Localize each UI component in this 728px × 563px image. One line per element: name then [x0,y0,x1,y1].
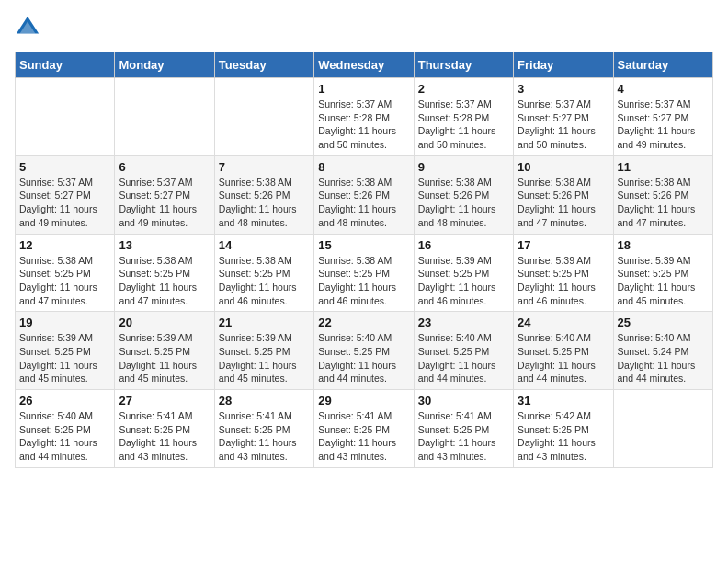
calendar-cell: 2Sunrise: 5:37 AM Sunset: 5:28 PM Daylig… [414,78,513,156]
day-info: Sunrise: 5:42 AM Sunset: 5:25 PM Dayligh… [518,409,609,464]
calendar-cell: 21Sunrise: 5:39 AM Sunset: 5:25 PM Dayli… [214,312,313,390]
day-info: Sunrise: 5:37 AM Sunset: 5:28 PM Dayligh… [318,98,409,152]
calendar-cell: 24Sunrise: 5:40 AM Sunset: 5:25 PM Dayli… [514,312,613,390]
calendar-cell: 10Sunrise: 5:38 AM Sunset: 5:26 PM Dayli… [514,155,613,234]
day-info: Sunrise: 5:37 AM Sunset: 5:27 PM Dayligh… [119,176,210,230]
header-cell-wednesday: Wednesday [314,52,414,78]
day-number: 27 [119,394,210,408]
day-number: 12 [19,238,110,252]
day-info: Sunrise: 5:37 AM Sunset: 5:27 PM Dayligh… [19,176,110,230]
calendar-cell: 25Sunrise: 5:40 AM Sunset: 5:24 PM Dayli… [613,312,712,390]
day-number: 10 [518,160,609,174]
day-number: 4 [618,82,709,96]
day-info: Sunrise: 5:40 AM Sunset: 5:25 PM Dayligh… [518,331,609,385]
calendar-cell: 18Sunrise: 5:39 AM Sunset: 5:25 PM Dayli… [613,234,712,312]
week-row: 12Sunrise: 5:38 AM Sunset: 5:25 PM Dayli… [16,234,713,312]
calendar-cell: 26Sunrise: 5:40 AM Sunset: 5:25 PM Dayli… [16,390,115,468]
day-info: Sunrise: 5:38 AM Sunset: 5:25 PM Dayligh… [318,254,409,308]
day-info: Sunrise: 5:41 AM Sunset: 5:25 PM Dayligh… [318,409,409,464]
calendar-cell: 4Sunrise: 5:37 AM Sunset: 5:27 PM Daylig… [613,78,712,156]
day-info: Sunrise: 5:40 AM Sunset: 5:24 PM Dayligh… [618,331,709,385]
day-number: 26 [19,394,110,408]
day-info: Sunrise: 5:38 AM Sunset: 5:26 PM Dayligh… [518,176,609,230]
logo [15,15,44,40]
week-row: 19Sunrise: 5:39 AM Sunset: 5:25 PM Dayli… [16,312,713,390]
day-number: 19 [19,316,110,329]
day-number: 24 [518,316,609,329]
header-row: SundayMondayTuesdayWednesdayThursdayFrid… [16,52,713,78]
day-info: Sunrise: 5:38 AM Sunset: 5:26 PM Dayligh… [318,176,409,230]
day-number: 31 [518,394,609,408]
calendar-cell: 3Sunrise: 5:37 AM Sunset: 5:27 PM Daylig… [514,78,613,156]
calendar-cell: 13Sunrise: 5:38 AM Sunset: 5:25 PM Dayli… [115,234,214,312]
header-cell-monday: Monday [115,52,214,78]
day-number: 9 [418,160,509,174]
day-number: 13 [119,238,210,252]
calendar-cell: 6Sunrise: 5:37 AM Sunset: 5:27 PM Daylig… [115,155,214,234]
day-info: Sunrise: 5:39 AM Sunset: 5:25 PM Dayligh… [618,254,709,308]
day-number: 22 [318,316,409,329]
calendar-cell: 9Sunrise: 5:38 AM Sunset: 5:26 PM Daylig… [414,155,513,234]
day-info: Sunrise: 5:37 AM Sunset: 5:27 PM Dayligh… [618,98,709,152]
calendar-cell: 23Sunrise: 5:40 AM Sunset: 5:25 PM Dayli… [414,312,513,390]
header-cell-saturday: Saturday [613,52,712,78]
day-info: Sunrise: 5:38 AM Sunset: 5:26 PM Dayligh… [618,176,709,230]
calendar-cell [214,78,313,156]
day-number: 28 [219,394,310,408]
day-info: Sunrise: 5:37 AM Sunset: 5:27 PM Dayligh… [518,98,609,152]
calendar-cell: 7Sunrise: 5:38 AM Sunset: 5:26 PM Daylig… [214,155,313,234]
day-info: Sunrise: 5:41 AM Sunset: 5:25 PM Dayligh… [119,409,210,464]
calendar-cell: 31Sunrise: 5:42 AM Sunset: 5:25 PM Dayli… [514,390,613,468]
calendar-cell [16,78,115,156]
day-info: Sunrise: 5:39 AM Sunset: 5:25 PM Dayligh… [119,331,210,385]
day-number: 8 [318,160,409,174]
day-number: 11 [618,160,709,174]
calendar-cell: 22Sunrise: 5:40 AM Sunset: 5:25 PM Dayli… [314,312,414,390]
calendar-cell: 12Sunrise: 5:38 AM Sunset: 5:25 PM Dayli… [16,234,115,312]
day-info: Sunrise: 5:38 AM Sunset: 5:26 PM Dayligh… [219,176,310,230]
day-info: Sunrise: 5:41 AM Sunset: 5:25 PM Dayligh… [219,409,310,464]
calendar-cell: 8Sunrise: 5:38 AM Sunset: 5:26 PM Daylig… [314,155,414,234]
calendar-cell: 28Sunrise: 5:41 AM Sunset: 5:25 PM Dayli… [214,390,313,468]
calendar-cell: 20Sunrise: 5:39 AM Sunset: 5:25 PM Dayli… [115,312,214,390]
day-info: Sunrise: 5:38 AM Sunset: 5:26 PM Dayligh… [418,176,509,230]
day-number: 30 [418,394,509,408]
calendar-cell [613,390,712,468]
day-number: 23 [418,316,509,329]
calendar-cell: 14Sunrise: 5:38 AM Sunset: 5:25 PM Dayli… [214,234,313,312]
page-header [15,15,713,40]
day-number: 20 [119,316,210,329]
day-info: Sunrise: 5:38 AM Sunset: 5:25 PM Dayligh… [19,254,110,308]
calendar-cell: 29Sunrise: 5:41 AM Sunset: 5:25 PM Dayli… [314,390,414,468]
calendar-header: SundayMondayTuesdayWednesdayThursdayFrid… [16,52,713,78]
day-info: Sunrise: 5:37 AM Sunset: 5:28 PM Dayligh… [418,98,509,152]
day-info: Sunrise: 5:40 AM Sunset: 5:25 PM Dayligh… [418,331,509,385]
day-number: 15 [318,238,409,252]
calendar-cell: 17Sunrise: 5:39 AM Sunset: 5:25 PM Dayli… [514,234,613,312]
calendar-cell: 16Sunrise: 5:39 AM Sunset: 5:25 PM Dayli… [414,234,513,312]
day-number: 3 [518,82,609,96]
day-info: Sunrise: 5:38 AM Sunset: 5:25 PM Dayligh… [219,254,310,308]
calendar-cell: 19Sunrise: 5:39 AM Sunset: 5:25 PM Dayli… [16,312,115,390]
day-number: 29 [318,394,409,408]
week-row: 26Sunrise: 5:40 AM Sunset: 5:25 PM Dayli… [16,390,713,468]
header-cell-friday: Friday [514,52,613,78]
day-number: 5 [19,160,110,174]
calendar-cell: 30Sunrise: 5:41 AM Sunset: 5:25 PM Dayli… [414,390,513,468]
day-number: 25 [618,316,709,329]
day-info: Sunrise: 5:41 AM Sunset: 5:25 PM Dayligh… [418,409,509,464]
week-row: 5Sunrise: 5:37 AM Sunset: 5:27 PM Daylig… [16,155,713,234]
day-info: Sunrise: 5:39 AM Sunset: 5:25 PM Dayligh… [418,254,509,308]
day-number: 16 [418,238,509,252]
day-info: Sunrise: 5:39 AM Sunset: 5:25 PM Dayligh… [19,331,110,385]
calendar-cell: 27Sunrise: 5:41 AM Sunset: 5:25 PM Dayli… [115,390,214,468]
logo-icon [15,15,40,40]
calendar-cell: 11Sunrise: 5:38 AM Sunset: 5:26 PM Dayli… [613,155,712,234]
day-number: 14 [219,238,310,252]
calendar-cell: 15Sunrise: 5:38 AM Sunset: 5:25 PM Dayli… [314,234,414,312]
day-info: Sunrise: 5:39 AM Sunset: 5:25 PM Dayligh… [518,254,609,308]
day-info: Sunrise: 5:38 AM Sunset: 5:25 PM Dayligh… [119,254,210,308]
day-info: Sunrise: 5:40 AM Sunset: 5:25 PM Dayligh… [318,331,409,385]
day-number: 21 [219,316,310,329]
header-cell-sunday: Sunday [16,52,115,78]
